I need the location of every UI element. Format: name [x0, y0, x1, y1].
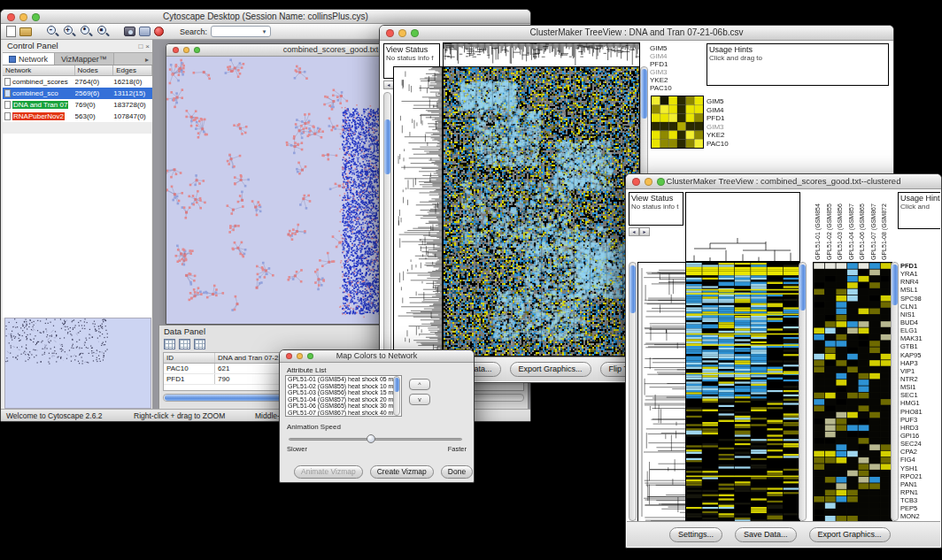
attribute-item[interactable]: GPL51-07 (GSM867) heat shock 40 min	[286, 410, 401, 417]
export-graphics-button[interactable]: Export Graphics...	[510, 362, 591, 377]
global-heatmap-canvas[interactable]	[685, 262, 800, 523]
gene-label[interactable]: NIS1	[900, 311, 940, 318]
attribute-item[interactable]: GPL51-08 (GSM868) heat shock 60 min	[286, 416, 401, 417]
treeview1-titlebar[interactable]: ClusterMaker TreeView : DNA and Tran 07-…	[380, 26, 893, 41]
gene-label[interactable]: GIM5	[706, 97, 745, 106]
gene-label[interactable]: HRD3	[900, 424, 940, 432]
move-up-button[interactable]: ^	[409, 379, 430, 390]
gene-label[interactable]: GTB1	[900, 342, 940, 350]
zoom-heatmap-canvas[interactable]	[813, 262, 892, 523]
main-titlebar[interactable]: Cytoscape Desktop (Session Name: collins…	[1, 10, 530, 24]
gene-label[interactable]: PAC10	[706, 140, 745, 149]
array-label[interactable]: PFD1	[650, 60, 701, 68]
close-button[interactable]	[632, 178, 640, 186]
zoom-in-icon[interactable]: +	[63, 25, 76, 38]
open-session-icon[interactable]	[19, 27, 32, 36]
settings-button[interactable]: Settings...	[669, 527, 722, 542]
array-label[interactable]: GPL51-08 (GSM872	[879, 191, 891, 260]
gene-label[interactable]: FIG4	[900, 456, 940, 464]
export-graphics-button[interactable]: Export Graphics...	[809, 527, 891, 542]
attribute-item[interactable]: GPL51-02 (GSM855) heat shock 10 min	[286, 383, 401, 390]
tab-vizmapper[interactable]: VizMapper™	[55, 53, 114, 65]
gene-label[interactable]: PUF3	[900, 416, 940, 424]
row-dendrogram-canvas[interactable]	[637, 262, 687, 523]
gene-label[interactable]: SEC1	[900, 391, 940, 399]
gene-label[interactable]: GPI16	[900, 432, 940, 440]
gene-label[interactable]: NTR2	[900, 375, 940, 383]
create-vizmap-button[interactable]: Create Vizmap	[370, 465, 434, 479]
new-session-icon[interactable]	[6, 26, 16, 37]
array-label[interactable]: GIM4	[650, 52, 701, 60]
float-panel-icon[interactable]: □	[138, 41, 143, 53]
gene-label[interactable]: YSH1	[900, 464, 940, 472]
gene-label[interactable]: GIM3	[706, 123, 745, 132]
dendrogram-vscrollbar[interactable]	[383, 92, 391, 356]
column-dendrogram-canvas[interactable]	[443, 42, 640, 67]
array-label[interactable]: YKE2	[650, 76, 701, 84]
attribute-listbox[interactable]: GPL51-01 (GSM854) heat shock 05 minGPL51…	[285, 375, 402, 417]
gene-label[interactable]: ELG1	[900, 326, 940, 334]
DNA and Tran 07-button[interactable]: DNA and Tran 07 769(0) 183728(0)	[3, 99, 152, 111]
scrollbar-thumb[interactable]	[384, 119, 390, 174]
gene-label[interactable]: KAP95	[900, 351, 940, 359]
create-attribute-icon[interactable]	[179, 339, 190, 349]
array-label[interactable]: GPL51-06 (GSM865	[857, 191, 869, 260]
annotation-icon[interactable]	[139, 27, 151, 36]
gene-label[interactable]: RNR4	[900, 278, 940, 286]
scrollbar-thumb[interactable]	[394, 378, 399, 392]
gene-label[interactable]: TCB3	[900, 496, 940, 504]
RNAPuberNov2-button[interactable]: RNAPuberNov2 563(0) 107847(0)	[3, 111, 152, 122]
gene-label[interactable]: SEC24	[900, 440, 940, 448]
gene-label[interactable]: CPA2	[900, 448, 940, 456]
array-label[interactable]: GPL51-04 (GSM857	[846, 191, 858, 260]
array-label[interactable]: GIM5	[650, 44, 701, 52]
dialog-titlebar[interactable]: Map Colors to Network	[280, 350, 474, 363]
gene-label[interactable]: PEP5	[900, 504, 940, 512]
array-label[interactable]: GPL51-01 (GSM854	[813, 191, 824, 260]
save-data-button[interactable]: Save Data...	[735, 527, 797, 542]
close-button[interactable]	[286, 353, 292, 359]
tab-overflow-icon[interactable]: ▸	[142, 53, 152, 65]
column-dendrogram-canvas[interactable]	[685, 192, 800, 262]
heatmap-canvas[interactable]	[443, 66, 640, 357]
gene-label[interactable]: HAP3	[900, 359, 940, 367]
scrollbar-thumb[interactable]	[799, 265, 806, 311]
gene-label[interactable]: MON2	[900, 512, 940, 520]
attribute-item[interactable]: GPL51-06 (GSM865) heat shock 30 min	[286, 403, 401, 410]
gene-label[interactable]: CLN1	[900, 303, 940, 311]
attribute-item[interactable]: GPL51-03 (GSM856) heat shock 15 min	[286, 389, 401, 396]
gene-label[interactable]: BUD4	[900, 318, 940, 326]
minimize-button[interactable]	[19, 13, 27, 21]
attribute-item[interactable]: GPL51-04 (GSM857) heat shock 20 min	[286, 396, 401, 403]
gene-label[interactable]: HMG1	[900, 399, 940, 407]
zoom-selected-icon[interactable]: •	[80, 25, 93, 38]
row-dendrogram-canvas[interactable]	[393, 66, 443, 357]
zoom-button[interactable]	[32, 13, 40, 21]
gene-label[interactable]: PFD1	[900, 262, 940, 270]
array-label[interactable]: GPL51-02 (GSM855	[824, 191, 836, 260]
treeview2-titlebar[interactable]: ClusterMaker TreeView : combined_scores_…	[626, 174, 941, 189]
animation-speed-slider[interactable]	[289, 438, 462, 441]
tab-network[interactable]: Network	[3, 53, 55, 65]
close-panel-icon[interactable]: ×	[145, 41, 150, 53]
done-button[interactable]: Done	[441, 465, 473, 479]
gene-label[interactable]: YKE2	[706, 131, 745, 140]
array-label[interactable]: GIM3	[650, 68, 701, 76]
select-attributes-icon[interactable]	[164, 339, 175, 349]
gene-label[interactable]: MAK31	[900, 334, 940, 342]
close-button[interactable]	[173, 47, 179, 53]
zoom-vscrollbar[interactable]	[891, 262, 899, 521]
move-down-button[interactable]: v	[409, 394, 430, 405]
scrollbar-thumb[interactable]	[629, 265, 636, 313]
zoom-button[interactable]	[411, 29, 419, 37]
snapshot-icon[interactable]	[124, 27, 135, 36]
gene-label[interactable]: RPO21	[900, 472, 940, 480]
minimize-button[interactable]	[183, 47, 189, 53]
search-input[interactable]: ▾	[211, 26, 271, 37]
network-overview-canvas[interactable]	[4, 318, 151, 409]
attribute-item[interactable]: GPL51-01 (GSM854) heat shock 05 min	[286, 376, 401, 383]
zoom-matrix-canvas[interactable]	[651, 96, 704, 149]
animate-vizmap-button[interactable]: Animate Vizmap	[294, 465, 363, 479]
search-dropdown-icon[interactable]: ▾	[259, 27, 269, 36]
combined_scores-button[interactable]: combined_scores 2764(0) 16218(0)	[3, 76, 152, 88]
